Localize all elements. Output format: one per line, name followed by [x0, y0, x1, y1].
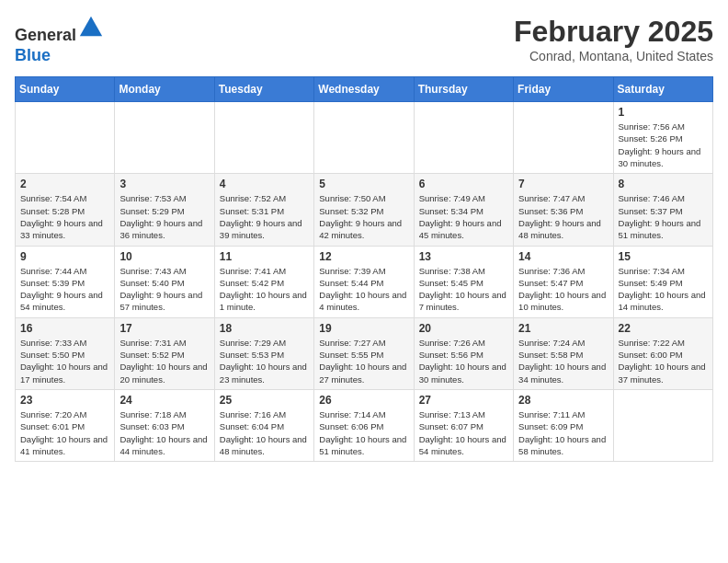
day-number: 5	[319, 178, 408, 190]
day-number: 21	[518, 322, 608, 335]
table-row: 1Sunrise: 7:56 AM Sunset: 5:26 PM Daylig…	[613, 102, 712, 174]
logo-icon	[78, 15, 104, 40]
day-info: Sunrise: 7:56 AM Sunset: 5:26 PM Dayligh…	[619, 121, 708, 169]
day-number: 13	[419, 250, 508, 263]
page-header: General Blue February 2025 Conrad, Monta…	[15, 15, 713, 65]
day-number: 11	[220, 250, 309, 263]
day-info: Sunrise: 7:16 AM Sunset: 6:04 PM Dayligh…	[220, 408, 309, 457]
table-row: 9Sunrise: 7:44 AM Sunset: 5:39 PM Daylig…	[16, 246, 115, 317]
table-row: 28Sunrise: 7:11 AM Sunset: 6:09 PM Dayli…	[514, 389, 613, 461]
day-number: 2	[20, 178, 109, 190]
table-row: 3Sunrise: 7:53 AM Sunset: 5:29 PM Daylig…	[115, 174, 214, 246]
day-number: 8	[619, 178, 708, 190]
table-row	[115, 102, 214, 174]
day-info: Sunrise: 7:18 AM Sunset: 6:03 PM Dayligh…	[119, 408, 209, 457]
day-info: Sunrise: 7:26 AM Sunset: 5:56 PM Dayligh…	[419, 337, 508, 385]
logo-text: General	[15, 15, 104, 46]
month-title: February 2025	[514, 15, 713, 49]
day-number: 28	[518, 394, 608, 407]
table-row: 14Sunrise: 7:36 AM Sunset: 5:47 PM Dayli…	[514, 246, 613, 317]
table-row: 15Sunrise: 7:34 AM Sunset: 5:49 PM Dayli…	[613, 246, 712, 317]
day-info: Sunrise: 7:41 AM Sunset: 5:42 PM Dayligh…	[220, 265, 309, 314]
day-info: Sunrise: 7:11 AM Sunset: 6:09 PM Dayligh…	[518, 408, 608, 457]
table-row	[514, 102, 613, 174]
day-number: 10	[119, 250, 209, 263]
header-tuesday: Tuesday	[214, 77, 313, 102]
svg-marker-0	[80, 17, 102, 36]
day-info: Sunrise: 7:54 AM Sunset: 5:28 PM Dayligh…	[20, 192, 109, 241]
logo-blue: Blue	[15, 46, 51, 64]
day-number: 15	[619, 250, 708, 263]
day-number: 6	[419, 178, 508, 190]
table-row: 12Sunrise: 7:39 AM Sunset: 5:44 PM Dayli…	[314, 246, 414, 317]
day-info: Sunrise: 7:50 AM Sunset: 5:32 PM Dayligh…	[319, 192, 408, 241]
logo-blue-text: Blue	[15, 46, 104, 66]
day-number: 22	[619, 322, 708, 335]
table-row: 5Sunrise: 7:50 AM Sunset: 5:32 PM Daylig…	[314, 174, 414, 246]
table-row: 25Sunrise: 7:16 AM Sunset: 6:04 PM Dayli…	[214, 389, 313, 461]
table-row: 4Sunrise: 7:52 AM Sunset: 5:31 PM Daylig…	[214, 174, 313, 246]
day-info: Sunrise: 7:24 AM Sunset: 5:58 PM Dayligh…	[518, 337, 608, 385]
day-info: Sunrise: 7:38 AM Sunset: 5:45 PM Dayligh…	[419, 265, 508, 314]
table-row: 10Sunrise: 7:43 AM Sunset: 5:40 PM Dayli…	[115, 246, 214, 317]
header-friday: Friday	[514, 77, 613, 102]
table-row	[16, 102, 115, 174]
calendar-week-row: 1Sunrise: 7:56 AM Sunset: 5:26 PM Daylig…	[16, 102, 713, 174]
day-number: 3	[119, 178, 209, 190]
day-info: Sunrise: 7:27 AM Sunset: 5:55 PM Dayligh…	[319, 337, 408, 385]
day-number: 19	[319, 322, 408, 335]
day-info: Sunrise: 7:46 AM Sunset: 5:37 PM Dayligh…	[619, 192, 708, 241]
table-row	[314, 102, 414, 174]
day-number: 26	[319, 394, 408, 407]
table-row: 18Sunrise: 7:29 AM Sunset: 5:53 PM Dayli…	[214, 317, 313, 389]
table-row: 22Sunrise: 7:22 AM Sunset: 6:00 PM Dayli…	[613, 317, 712, 389]
day-info: Sunrise: 7:14 AM Sunset: 6:06 PM Dayligh…	[319, 408, 408, 457]
table-row: 2Sunrise: 7:54 AM Sunset: 5:28 PM Daylig…	[16, 174, 115, 246]
header-monday: Monday	[115, 77, 214, 102]
day-number: 27	[419, 394, 508, 407]
calendar-week-row: 23Sunrise: 7:20 AM Sunset: 6:01 PM Dayli…	[16, 389, 713, 461]
day-info: Sunrise: 7:34 AM Sunset: 5:49 PM Dayligh…	[619, 265, 708, 314]
table-row: 7Sunrise: 7:47 AM Sunset: 5:36 PM Daylig…	[514, 174, 613, 246]
calendar-header-row: Sunday Monday Tuesday Wednesday Thursday…	[16, 77, 713, 102]
day-number: 23	[20, 394, 109, 407]
logo-general: General	[15, 26, 76, 44]
day-number: 17	[119, 322, 209, 335]
table-row	[214, 102, 313, 174]
day-info: Sunrise: 7:43 AM Sunset: 5:40 PM Dayligh…	[119, 265, 209, 314]
day-number: 12	[319, 250, 408, 263]
day-info: Sunrise: 7:39 AM Sunset: 5:44 PM Dayligh…	[319, 265, 408, 314]
table-row: 19Sunrise: 7:27 AM Sunset: 5:55 PM Dayli…	[314, 317, 414, 389]
day-number: 24	[119, 394, 209, 407]
table-row	[414, 102, 513, 174]
table-row: 8Sunrise: 7:46 AM Sunset: 5:37 PM Daylig…	[613, 174, 712, 246]
table-row: 11Sunrise: 7:41 AM Sunset: 5:42 PM Dayli…	[214, 246, 313, 317]
calendar-week-row: 2Sunrise: 7:54 AM Sunset: 5:28 PM Daylig…	[16, 174, 713, 246]
day-number: 20	[419, 322, 508, 335]
day-number: 4	[220, 178, 309, 190]
table-row: 17Sunrise: 7:31 AM Sunset: 5:52 PM Dayli…	[115, 317, 214, 389]
day-info: Sunrise: 7:49 AM Sunset: 5:34 PM Dayligh…	[419, 192, 508, 241]
logo: General Blue	[15, 15, 104, 65]
day-info: Sunrise: 7:47 AM Sunset: 5:36 PM Dayligh…	[518, 192, 608, 241]
day-number: 14	[518, 250, 608, 263]
table-row: 6Sunrise: 7:49 AM Sunset: 5:34 PM Daylig…	[414, 174, 513, 246]
location: Conrad, Montana, United States	[514, 49, 713, 63]
day-info: Sunrise: 7:29 AM Sunset: 5:53 PM Dayligh…	[220, 337, 309, 385]
day-number: 16	[20, 322, 109, 335]
calendar-week-row: 16Sunrise: 7:33 AM Sunset: 5:50 PM Dayli…	[16, 317, 713, 389]
day-number: 7	[518, 178, 608, 190]
day-number: 18	[220, 322, 309, 335]
header-saturday: Saturday	[613, 77, 712, 102]
day-info: Sunrise: 7:53 AM Sunset: 5:29 PM Dayligh…	[119, 192, 209, 241]
day-info: Sunrise: 7:13 AM Sunset: 6:07 PM Dayligh…	[419, 408, 508, 457]
day-info: Sunrise: 7:22 AM Sunset: 6:00 PM Dayligh…	[619, 337, 708, 385]
table-row: 24Sunrise: 7:18 AM Sunset: 6:03 PM Dayli…	[115, 389, 214, 461]
table-row: 21Sunrise: 7:24 AM Sunset: 5:58 PM Dayli…	[514, 317, 613, 389]
day-info: Sunrise: 7:20 AM Sunset: 6:01 PM Dayligh…	[20, 408, 109, 457]
day-info: Sunrise: 7:52 AM Sunset: 5:31 PM Dayligh…	[220, 192, 309, 241]
title-area: February 2025 Conrad, Montana, United St…	[514, 15, 713, 63]
header-thursday: Thursday	[414, 77, 513, 102]
day-info: Sunrise: 7:33 AM Sunset: 5:50 PM Dayligh…	[20, 337, 109, 385]
day-info: Sunrise: 7:36 AM Sunset: 5:47 PM Dayligh…	[518, 265, 608, 314]
